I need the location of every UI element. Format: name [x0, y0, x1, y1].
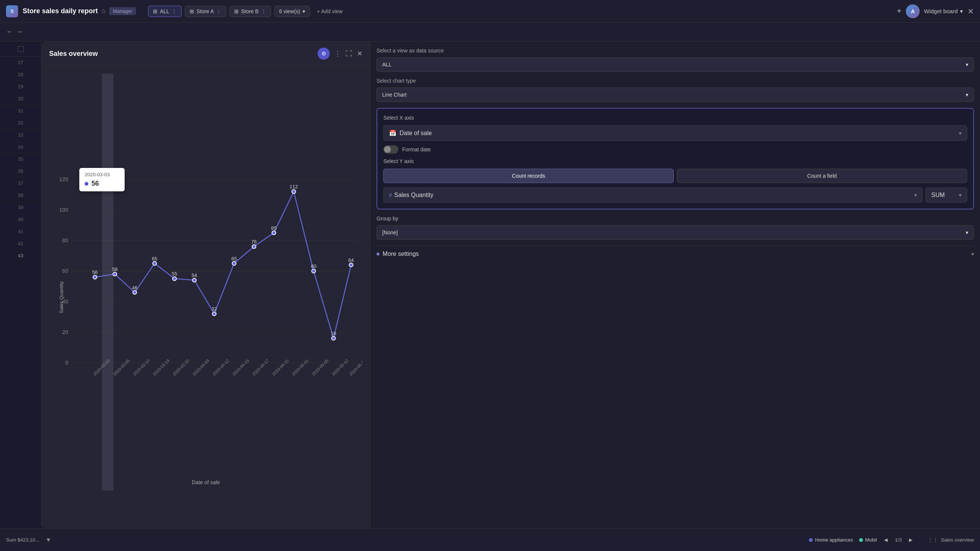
add-view-btn[interactable]: + Add view — [313, 6, 346, 17]
modal-title: Sales overview — [49, 50, 318, 58]
x-axis-value: Date of sale — [399, 130, 432, 137]
chart-type-title: Select chart type — [377, 78, 974, 84]
svg-text:64: 64 — [348, 257, 354, 263]
svg-text:2020-03-19: 2020-03-19 — [152, 358, 170, 376]
y-axis-label: Sales Quantity — [59, 281, 64, 313]
chart-modal: Sales overview ⚙ ⋮ ⛶ ✕ Sales Quantity — [41, 41, 370, 528]
views-count[interactable]: 6 view(s) ▾ — [274, 6, 310, 17]
legend-home-dot — [809, 538, 813, 542]
more-settings-label: More settings — [383, 251, 419, 257]
widget-board-btn[interactable]: Widget board ▾ — [924, 8, 963, 15]
nav-group: ⊞ ALL ⋮ ⊞ Store A ⋮ ⊞ Store B ⋮ 6 view(s… — [148, 6, 346, 17]
svg-point-34 — [173, 276, 177, 280]
settings-icon-btn[interactable]: ⚙ — [318, 48, 330, 60]
svg-point-38 — [252, 245, 256, 248]
svg-point-30 — [93, 275, 97, 279]
agg-dropdown[interactable]: SUM ▾ — [926, 187, 967, 203]
format-date-label: Format date — [402, 146, 431, 152]
more-settings[interactable]: More settings ▾ — [377, 246, 974, 262]
data-source-value: ALL — [382, 62, 391, 68]
view-store-b-btn[interactable]: ⊞ Store B ⋮ — [229, 6, 271, 17]
sum-dropdown[interactable]: ▼ — [45, 537, 51, 543]
tooltip-dot — [84, 182, 88, 186]
data-source-dropdown[interactable]: ALL ▾ — [377, 57, 974, 72]
row-31: 31 — [0, 105, 41, 117]
modal-overlay: Sales overview ⚙ ⋮ ⛶ ✕ Sales Quantity — [41, 41, 980, 528]
star-icon: ☆ — [101, 8, 106, 15]
plus-icon[interactable]: + — [897, 7, 902, 16]
chart-area: Sales Quantity 120 100 80 60 40 — [41, 66, 370, 528]
legend-mobil-label: Mobil — [865, 537, 877, 543]
manager-badge: Manager — [109, 7, 136, 15]
svg-point-33 — [153, 262, 156, 265]
more-options-btn[interactable]: ⋮ — [334, 49, 341, 58]
top-bar: S Store sales daily report ☆ Manager ⊞ A… — [0, 0, 980, 23]
svg-point-35 — [192, 278, 196, 282]
count-records-btn[interactable]: Count records — [383, 169, 674, 183]
svg-point-36 — [212, 312, 216, 316]
svg-text:0: 0 — [65, 360, 68, 366]
page-indicator: 1/3 — [895, 537, 902, 543]
svg-point-39 — [272, 231, 276, 235]
svg-text:112: 112 — [290, 184, 298, 189]
calendar-icon: 📅 — [389, 129, 396, 137]
prev-page-btn[interactable]: ◄ — [883, 537, 889, 543]
widget-board-label: Widget board — [924, 8, 958, 14]
format-date-toggle[interactable] — [383, 145, 398, 154]
count-field-btn[interactable]: Count a field — [677, 169, 967, 183]
svg-text:46: 46 — [132, 285, 137, 291]
data-source-title: Select a view as data source — [377, 48, 974, 54]
svg-point-43 — [349, 263, 353, 267]
chart-type-dropdown[interactable]: Line Chart ▾ — [377, 87, 974, 102]
svg-text:A: A — [911, 8, 915, 14]
data-source-chevron: ▾ — [966, 62, 968, 68]
svg-point-40 — [292, 190, 296, 194]
svg-text:2020-04-09: 2020-04-09 — [192, 358, 210, 376]
field-dropdown[interactable]: # Sales Quantity ▾ — [383, 187, 923, 203]
views-count-label: 6 view(s) — [279, 8, 300, 14]
group-by-dropdown[interactable]: [None] ▾ — [377, 225, 974, 240]
nav-forward-icon[interactable]: → — [16, 28, 23, 36]
legend-home: Home appliances — [809, 537, 853, 543]
row-42: 42 — [0, 238, 41, 250]
row-35: 35 — [0, 153, 41, 165]
view-store-a-btn[interactable]: ⊞ Store A ⋮ — [185, 6, 226, 17]
svg-text:80: 80 — [62, 237, 68, 243]
modal-close-btn[interactable]: ✕ — [357, 49, 363, 58]
agg-chevron: ▾ — [959, 192, 961, 198]
row-36: 36 — [0, 165, 41, 177]
row-43: 43 — [0, 250, 41, 262]
more-settings-chevron: ▾ — [971, 251, 974, 257]
expand-btn[interactable]: ⛶ — [345, 50, 352, 58]
nav-back-icon[interactable]: ← — [6, 28, 13, 36]
header-right: + A Widget board ▾ ✕ — [897, 5, 974, 18]
view-all-label: ALL — [160, 8, 169, 14]
svg-point-32 — [133, 291, 137, 294]
top-close-btn[interactable]: ✕ — [967, 7, 974, 16]
sidebar-checkbox[interactable] — [0, 41, 41, 57]
x-axis-dropdown-left: 📅 Date of sale — [389, 129, 432, 137]
avatar: A — [906, 5, 920, 18]
row-29: 29 — [0, 81, 41, 93]
view-all-btn[interactable]: ⊞ ALL ⋮ — [148, 6, 181, 17]
chart-svg: 120 100 80 60 40 20 0 2020-03-03 2020-03… — [49, 74, 363, 476]
legend-mobil-dot — [859, 538, 863, 542]
svg-text:2020-04-17: 2020-04-17 — [251, 358, 270, 376]
sales-overview-label: Sales overview — [941, 537, 974, 543]
bottom-bar: Sum $423,10... ▼ Home appliances Mobil ◄… — [0, 528, 980, 551]
next-page-btn[interactable]: ► — [908, 537, 914, 543]
row-40: 40 — [0, 214, 41, 225]
x-axis-title: Select X axis — [383, 115, 967, 121]
svg-point-31 — [113, 272, 117, 276]
svg-text:32: 32 — [212, 306, 217, 312]
row-39: 39 — [0, 202, 41, 214]
svg-text:120: 120 — [59, 176, 68, 182]
sub-toolbar: ← → — [0, 23, 980, 41]
view-store-b-dots: ⋮ — [261, 8, 266, 14]
agg-value: SUM — [931, 192, 945, 198]
svg-text:100: 100 — [59, 207, 68, 213]
svg-text:2020-03-13: 2020-03-13 — [132, 358, 151, 376]
row-32: 32 — [0, 117, 41, 129]
svg-text:2020-04-21: 2020-04-21 — [271, 358, 290, 376]
x-axis-dropdown[interactable]: 📅 Date of sale ▾ — [383, 125, 967, 141]
